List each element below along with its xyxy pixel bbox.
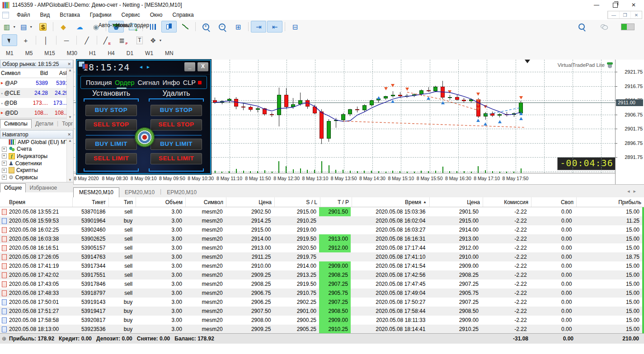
line-mode-button[interactable] <box>178 21 193 33</box>
vtp-minimize-button[interactable]: _ <box>184 62 195 71</box>
market-watch-tab[interactable]: Детали <box>32 120 57 128</box>
expand-icon[interactable]: + <box>2 175 7 180</box>
vtp-tab-clp[interactable]: CLP <box>183 79 202 86</box>
history-row[interactable]: 2020.05.08 17:50:0153919143buy3.00mesm20… <box>0 298 644 307</box>
navigator-item[interactable]: +fИндикаторы <box>0 153 73 160</box>
timeframe-m15[interactable]: M15 <box>38 48 61 58</box>
vertical-line-button[interactable]: │ <box>38 34 54 46</box>
close-window-button[interactable]: ✕ <box>631 2 636 8</box>
history-row[interactable]: 2020.05.08 17:42:0253917551sell3.00mesm2… <box>0 270 644 279</box>
vtp-close-button[interactable]: X <box>197 62 208 71</box>
timeframe-mn[interactable]: MN <box>159 48 179 58</box>
navigator-item[interactable]: +⚙Сервисы <box>0 174 73 181</box>
zoom-out-button[interactable]: − <box>214 21 230 33</box>
vtp-brand-icon[interactable] <box>606 62 613 68</box>
expand-icon[interactable]: + <box>2 161 7 166</box>
cursor-button[interactable] <box>2 34 17 46</box>
vtp-tab-сигнал[interactable]: Сигнал <box>137 79 159 86</box>
accounts-button[interactable]: $ <box>35 21 51 33</box>
minimize-window-button[interactable]: — <box>594 2 599 8</box>
zoom-in-button[interactable]: + <box>198 21 213 33</box>
search-button[interactable] <box>574 21 589 33</box>
history-row[interactable]: 2020.05.08 17:58:5853920817buy3.00mesm20… <box>0 316 644 325</box>
history-row[interactable]: 2020.05.08 13:55:2153870186sell3.00mesm2… <box>0 207 644 216</box>
timeframe-m30[interactable]: M30 <box>61 48 83 58</box>
vtp-title-bar[interactable]: 18:15:24 ◂▸ _ X <box>77 61 210 75</box>
community-chat-button[interactable] <box>597 21 612 33</box>
history-row[interactable]: 2020.05.08 16:02:2553902460sell3.00mesm2… <box>0 225 644 234</box>
chart-tab[interactable]: EPM20,M10 <box>119 188 160 198</box>
set-sell-stop-button[interactable]: SELL STOP <box>85 119 137 130</box>
menu-item[interactable]: Окно <box>145 10 168 20</box>
menu-item[interactable]: Файл <box>12 10 35 20</box>
scroll-up-icon[interactable]: ▲ <box>68 139 72 143</box>
history-row[interactable]: 2020.05.08 17:41:1953917344sell3.00mesm2… <box>0 261 644 270</box>
auto-scroll-button[interactable]: ⇥ <box>251 21 266 33</box>
timeframe-w1[interactable]: W1 <box>139 48 159 58</box>
set-sell-limit-button[interactable]: SELL LIMIT <box>85 153 137 164</box>
price-axis[interactable]: 2921.752916.752911.752906.752901.752896.… <box>615 60 644 184</box>
vtp-tab-ордер[interactable]: Ордер <box>115 79 135 86</box>
set-buy-stop-button[interactable]: BUY STOP <box>85 105 137 116</box>
history-row[interactable]: 2020.05.08 16:16:5153905157sell3.00mesm2… <box>0 243 644 252</box>
chart-shift-button[interactable]: ⇤ <box>267 21 282 33</box>
scroll-down-icon[interactable]: ▼ <box>68 115 72 119</box>
history-row[interactable]: 2020.05.08 17:48:3353918797sell3.00mesm2… <box>0 289 644 298</box>
navigator-item[interactable]: +Скрипты <box>0 167 73 174</box>
graphic-objects-button[interactable]: ❖▼ <box>148 34 164 46</box>
menu-item[interactable]: Сервис <box>117 10 145 20</box>
navigator-tab[interactable]: Избранное <box>26 184 61 192</box>
market-watch-close-icon[interactable]: ✕ <box>67 62 71 66</box>
child-close-button[interactable]: ✕ <box>630 11 642 19</box>
market-watch-scrollbar[interactable]: ▲ ▼ <box>66 68 73 119</box>
vtp-tab-позиция[interactable]: Позиция <box>86 79 112 86</box>
timeframe-m5[interactable]: M5 <box>19 48 39 58</box>
timeframe-d1[interactable]: D1 <box>121 48 139 58</box>
timeframe-h4[interactable]: H4 <box>102 48 120 58</box>
restore-window-button[interactable] <box>613 3 618 8</box>
equidistant-channel-button[interactable]: ╱E <box>99 34 115 46</box>
market-watch-row[interactable]: ●@DB173....173.... <box>0 98 73 108</box>
market-watch-tab[interactable]: Символы <box>0 119 32 128</box>
expand-icon[interactable]: + <box>2 147 7 152</box>
expand-icon[interactable]: + <box>2 154 7 158</box>
navigator-close-icon[interactable]: ✕ <box>67 132 71 137</box>
history-row[interactable]: 2020.05.08 17:43:0553917846sell3.00mesm2… <box>0 279 644 289</box>
delete-buy-limit-button[interactable]: BUY LIMIT <box>150 139 202 150</box>
connection-status-button[interactable] <box>619 21 636 33</box>
navigator-item[interactable]: +Счета <box>0 146 73 153</box>
child-minimize-button[interactable]: — <box>608 11 619 19</box>
child-restore-button[interactable]: ❐ <box>619 11 630 19</box>
market-watch-row[interactable]: ▶@DD108...108... <box>0 108 73 118</box>
chart-profiles-button[interactable]: ▤▼ <box>19 21 34 33</box>
history-row[interactable]: 2020.05.08 16:03:3853902625sell3.00mesm2… <box>0 234 644 243</box>
horizontal-line-button[interactable]: ─ <box>59 34 74 46</box>
ea-window-button[interactable]: ⊟ <box>287 21 303 33</box>
timeframe-m1[interactable]: M1 <box>0 48 19 58</box>
tile-windows-button[interactable]: ⊞ <box>230 21 246 33</box>
chart-tab[interactable]: MESM20,M10 <box>73 187 119 198</box>
menu-item[interactable]: Графики <box>85 10 117 20</box>
text-label-button[interactable]: T <box>132 34 147 46</box>
crosshair-button[interactable]: + <box>18 34 33 46</box>
expand-icon[interactable]: + <box>2 168 7 173</box>
market-watch-row[interactable]: ●@CLE24.2824.29 <box>0 88 73 98</box>
market-watch-row[interactable]: ▶@AP53895391 <box>0 78 73 88</box>
chart-tab[interactable]: EPM20,M10 <box>161 188 202 198</box>
tab-scroll-arrows[interactable]: ◂▸ <box>627 188 639 194</box>
time-axis[interactable]: 8 May 20208 May 08:308 May 09:108 May 09… <box>74 173 615 184</box>
vtp-nav-arrows[interactable]: ◂▸ <box>140 64 154 70</box>
fibonacci-lines-button[interactable]: ≣F <box>116 34 131 46</box>
delete-sell-stop-button[interactable]: SELL STOP <box>150 119 202 130</box>
history-row[interactable]: 2020.05.08 18:13:0053923536buy3.00mesm20… <box>0 325 644 334</box>
timeframe-h1[interactable]: H1 <box>83 48 102 58</box>
vtp-tab-инфо[interactable]: Инфо <box>163 79 180 86</box>
cloud-charts-button[interactable]: ☁ <box>72 21 87 33</box>
navigator-tab[interactable]: Общие <box>0 183 26 192</box>
candles-mode-button[interactable] <box>161 21 177 33</box>
scroll-up-icon[interactable]: ▲ <box>68 68 72 72</box>
menu-item[interactable]: Вставка <box>55 10 85 20</box>
trend-line-button[interactable]: ╱ <box>79 34 94 46</box>
history-row[interactable]: 2020.05.08 17:26:0553914763sell3.00mesm2… <box>0 252 644 261</box>
delete-sell-limit-button[interactable]: SELL LIMIT <box>150 153 202 164</box>
